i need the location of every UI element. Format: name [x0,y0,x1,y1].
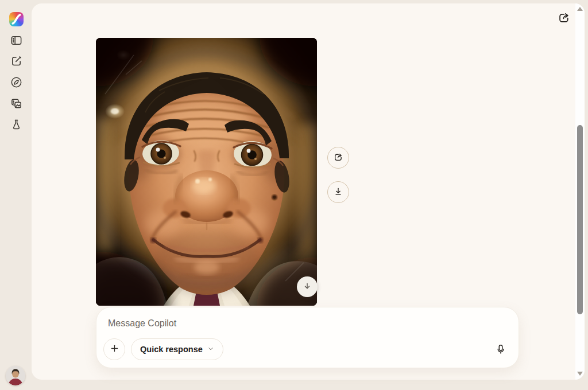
pages-button[interactable] [7,96,25,113]
generated-image[interactable] [96,38,317,306]
share-conversation-button[interactable] [555,9,573,28]
image-share-button[interactable] [327,147,349,169]
mic-button[interactable] [492,341,510,359]
new-chat-button[interactable] [7,53,25,71]
labs-button[interactable] [7,117,25,134]
user-avatar-photo [6,366,25,385]
image-download-button[interactable] [327,181,349,203]
scrollbar-thumb[interactable] [577,125,583,314]
message-input[interactable] [108,316,464,331]
quick-response-dropdown[interactable]: Quick response [131,338,223,360]
sidebar-toggle-icon [10,34,23,49]
attach-button[interactable] [103,338,125,360]
discover-button[interactable] [7,75,25,92]
scrollbar-up-button[interactable] [577,7,583,11]
new-chat-icon [10,54,23,69]
plus-icon [109,343,120,356]
copilot-logo-icon [9,12,24,26]
labs-flask-icon [10,118,23,133]
download-icon [332,186,344,199]
share-icon [556,10,571,27]
composer: Quick response [96,307,519,368]
user-avatar[interactable] [6,366,25,385]
generated-image-canvas [96,38,317,306]
discover-icon [10,76,23,91]
share-icon [332,151,344,165]
chevron-down-icon [207,345,214,354]
scroll-to-bottom-button[interactable] [297,276,318,297]
copilot-home-button[interactable] [7,10,25,28]
microphone-icon [494,343,507,357]
scrollbar-down-button[interactable] [577,372,583,376]
quick-response-label: Quick response [140,345,203,354]
arrow-down-icon [301,280,313,294]
pages-icon [10,97,23,112]
sidebar-toggle-button[interactable] [7,33,25,50]
